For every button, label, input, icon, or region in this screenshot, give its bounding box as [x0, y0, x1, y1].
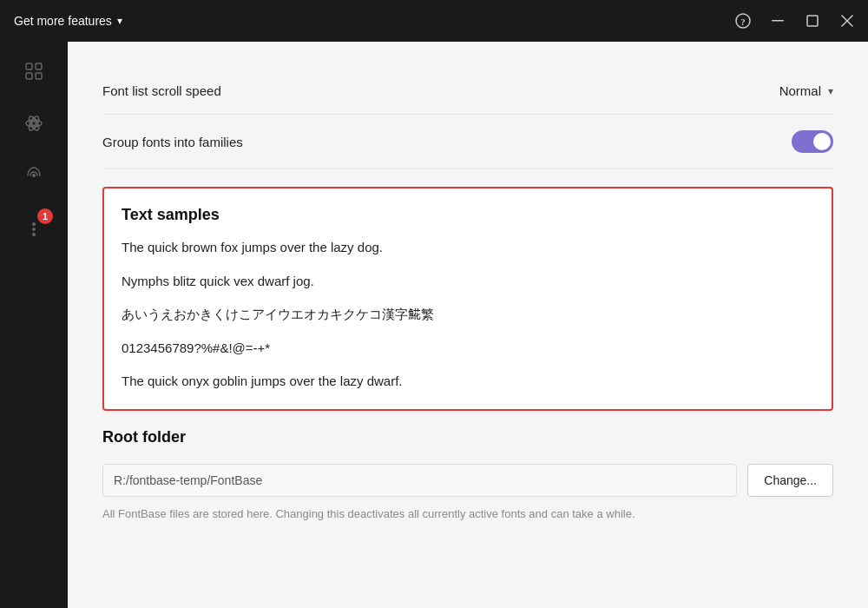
sample-text-4: 0123456789?%#&!@=-+*	[122, 339, 814, 359]
svg-rect-7	[36, 63, 42, 69]
sample-text-2: Nymphs blitz quick vex dwarf jog.	[122, 272, 814, 292]
root-folder-title: Root folder	[102, 428, 833, 446]
dropdown-arrow-icon: ▾	[828, 85, 833, 97]
font-scroll-value: Normal	[779, 83, 821, 98]
svg-point-14	[32, 174, 36, 177]
font-scroll-setting: Font list scroll speed Normal ▾	[102, 68, 833, 115]
group-fonts-toggle-container	[792, 130, 833, 153]
svg-point-15	[32, 222, 36, 226]
sidebar-item-atom[interactable]	[18, 108, 49, 139]
folder-hint: All FontBase files are stored here. Chan…	[102, 506, 833, 523]
app-body: 1 Font list scroll speed Normal ▾ Group …	[0, 42, 868, 608]
sample-text-5: The quick onyx goblin jumps over the laz…	[122, 372, 814, 392]
titlebar-chevron-icon[interactable]: ▾	[117, 15, 122, 27]
svg-rect-2	[772, 20, 784, 22]
root-folder-section: Root folder Change... All FontBase files…	[102, 428, 833, 523]
svg-text:?: ?	[740, 17, 746, 27]
sample-text-3: あいうえおかきくけこアイウエオカキクケコ漢字𩸽繁	[122, 305, 814, 325]
sidebar-item-broadcast[interactable]	[18, 160, 49, 191]
minimize-button[interactable]	[767, 10, 788, 31]
font-scroll-dropdown[interactable]: Normal ▾	[779, 83, 833, 98]
text-samples-title: Text samples	[122, 206, 814, 224]
help-button[interactable]: ?	[733, 10, 753, 31]
app-title: Get more features	[14, 14, 112, 28]
sample-text-1: The quick brown fox jumps over the lazy …	[122, 238, 814, 258]
group-fonts-setting: Group fonts into families	[102, 115, 833, 169]
font-scroll-label: Font list scroll speed	[102, 83, 221, 98]
change-folder-button[interactable]: Change...	[747, 464, 833, 497]
svg-rect-8	[26, 73, 32, 79]
svg-point-16	[32, 228, 36, 231]
svg-rect-9	[36, 73, 42, 79]
sidebar: 1	[0, 42, 68, 608]
svg-rect-6	[26, 63, 32, 69]
titlebar: Get more features ▾ ?	[0, 0, 868, 42]
titlebar-left: Get more features ▾	[14, 14, 122, 28]
close-button[interactable]	[837, 10, 858, 31]
svg-point-10	[32, 122, 36, 126]
maximize-button[interactable]	[802, 10, 823, 31]
toggle-thumb	[813, 133, 831, 150]
group-fonts-toggle[interactable]	[792, 130, 833, 153]
group-fonts-label: Group fonts into families	[102, 135, 243, 149]
svg-point-17	[32, 233, 36, 236]
folder-path-input[interactable]	[102, 464, 737, 497]
content-area: Font list scroll speed Normal ▾ Group fo…	[68, 42, 868, 608]
folder-row: Change...	[102, 464, 833, 497]
text-samples-section: Text samples The quick brown fox jumps o…	[102, 187, 833, 411]
svg-rect-3	[807, 16, 818, 26]
sidebar-item-plugins[interactable]	[18, 56, 49, 87]
notification-badge: 1	[37, 208, 53, 224]
sidebar-item-notifications[interactable]: 1	[18, 212, 49, 243]
titlebar-controls: ?	[733, 10, 858, 31]
